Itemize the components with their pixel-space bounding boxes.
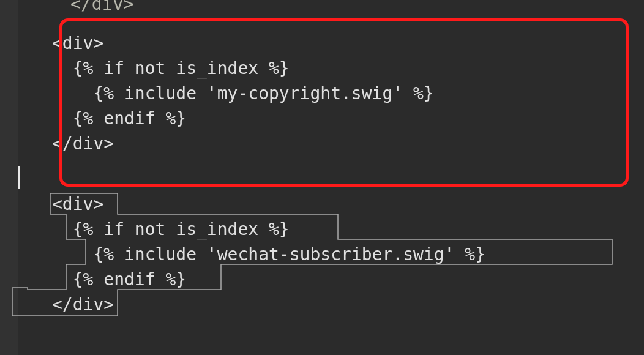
code-line: </div>	[52, 292, 485, 317]
code-line: {% if not is_index %}	[52, 56, 434, 81]
code-block-diff: <div> {% if not is_index %} {% include '…	[52, 192, 485, 317]
code-line-fragment: </div>	[18, 0, 134, 17]
code-block-highlighted: <div> {% if not is_index %} {% include '…	[52, 31, 434, 156]
code-line: {% if not is_index %}	[52, 217, 485, 242]
code-line: {% endif %}	[52, 267, 485, 292]
code-line: <div>	[52, 192, 485, 217]
text-cursor	[18, 166, 20, 189]
gutter	[0, 0, 18, 355]
code-line: {% include 'wechat-subscriber.swig' %}	[52, 242, 485, 267]
code-line: </div>	[52, 131, 434, 156]
code-line: {% endif %}	[52, 106, 434, 131]
code-line: {% include 'my-copyright.swig' %}	[52, 81, 434, 106]
code-line: <div>	[52, 31, 434, 56]
